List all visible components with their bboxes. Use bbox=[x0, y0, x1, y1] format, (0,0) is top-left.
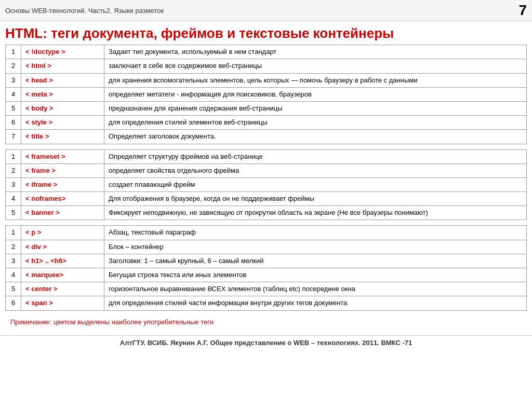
table-row: 5< banner >Фиксирует неподвижную, не зав… bbox=[6, 206, 527, 220]
frame-tags-table: 1< frameset >Определяет структуру фреймо… bbox=[5, 149, 527, 221]
row-number: 4 bbox=[6, 87, 21, 101]
tag-name: < div > bbox=[21, 240, 104, 254]
row-number: 5 bbox=[6, 101, 21, 115]
tag-description: Определяет структуру фреймов на веб-стра… bbox=[104, 149, 527, 163]
table-row: 5< body >предназначен для хранения содер… bbox=[6, 101, 527, 115]
text-container-tags-table: 1< p >Абзац, текстовый параграф2< div >Б… bbox=[5, 225, 527, 310]
table-row: 2< div >Блок – контейнер bbox=[6, 240, 527, 254]
tag-name: < title > bbox=[21, 130, 104, 144]
row-number: 2 bbox=[6, 59, 21, 73]
table-row: 3< iframe >создает плавающий фрейм bbox=[6, 177, 527, 191]
row-number: 4 bbox=[6, 192, 21, 206]
row-number: 2 bbox=[6, 240, 21, 254]
tag-description: определяет свойства отдельного фрейма bbox=[104, 163, 527, 177]
row-number: 2 bbox=[6, 163, 21, 177]
tag-description: Задает тип документа, используемый в нем… bbox=[104, 45, 527, 59]
table-row: 3< head >для хранения вспомогательных эл… bbox=[6, 73, 527, 87]
tag-description: Блок – контейнер bbox=[104, 240, 527, 254]
table-row: 4< noframes>Для отображения в браузере, … bbox=[6, 192, 527, 206]
tag-description: горизонтальное выравнивание ВСЕХ элемент… bbox=[104, 282, 527, 296]
row-number: 3 bbox=[6, 73, 21, 87]
table-row: 6< span >для определения стилей части ин… bbox=[6, 296, 527, 310]
table-row: 5< center >горизонтальное выравнивание В… bbox=[6, 282, 527, 296]
content-area: 1< !doctype >Задает тип документа, испол… bbox=[0, 45, 532, 333]
tag-name: < frame > bbox=[21, 163, 104, 177]
tag-description: для хранения вспомогательных элементов, … bbox=[104, 73, 527, 87]
tag-name: < head > bbox=[21, 73, 104, 87]
table-row: 3< h1> .. <h6>Заголовки: 1 – самый крупн… bbox=[6, 254, 527, 268]
row-number: 1 bbox=[6, 149, 21, 163]
tag-name: < body > bbox=[21, 101, 104, 115]
tag-name: < frameset > bbox=[21, 149, 104, 163]
tag-description: для определения стилей элементов веб-стр… bbox=[104, 116, 527, 130]
tag-name: < meta > bbox=[21, 87, 104, 101]
tag-description: определяет метатеги - информация для пои… bbox=[104, 87, 527, 101]
row-number: 7 bbox=[6, 130, 21, 144]
tag-name: < iframe > bbox=[21, 177, 104, 191]
tag-description: создает плавающий фрейм bbox=[104, 177, 527, 191]
row-number: 1 bbox=[6, 226, 21, 240]
tag-name: < html > bbox=[21, 59, 104, 73]
tag-name: < style > bbox=[21, 116, 104, 130]
tag-name: < span > bbox=[21, 296, 104, 310]
row-number: 6 bbox=[6, 116, 21, 130]
table-row: 4< meta >определяет метатеги - информаци… bbox=[6, 87, 527, 101]
table-row: 2< html >заключает в себе все содержимое… bbox=[6, 59, 527, 73]
top-bar-title: Основы WEB-технологий. Часть2. Языки раз… bbox=[5, 7, 164, 15]
row-number: 3 bbox=[6, 177, 21, 191]
note: Примечание: цветом выделены наиболее упо… bbox=[5, 316, 527, 328]
top-bar: Основы WEB-технологий. Часть2. Языки раз… bbox=[0, 0, 532, 21]
tag-name: < banner > bbox=[21, 206, 104, 220]
main-title-text: HTML: теги документа, фреймов и текстовы… bbox=[5, 25, 394, 41]
table-row: 7< title >Определяет заголовок документа… bbox=[6, 130, 527, 144]
tag-description: Бегущая строка текста или иных элементов bbox=[104, 268, 527, 282]
tag-name: < marquee> bbox=[21, 268, 104, 282]
footer: АлтГТУ. ВСИБ. Якунин А.Г. Общее представ… bbox=[0, 335, 532, 349]
table-row: 4< marquee>Бегущая строка текста или ины… bbox=[6, 268, 527, 282]
row-number: 5 bbox=[6, 206, 21, 220]
row-number: 3 bbox=[6, 254, 21, 268]
tag-name: < !doctype > bbox=[21, 45, 104, 59]
tag-name: < center > bbox=[21, 282, 104, 296]
tag-name: < noframes> bbox=[21, 192, 104, 206]
page-number: 7 bbox=[518, 2, 527, 19]
tag-name: < h1> .. <h6> bbox=[21, 254, 104, 268]
document-tags-table: 1< !doctype >Задает тип документа, испол… bbox=[5, 45, 527, 144]
tag-description: Для отображения в браузере, когда он не … bbox=[104, 192, 527, 206]
table-row: 1< !doctype >Задает тип документа, испол… bbox=[6, 45, 527, 59]
tag-description: предназначен для хранения содержания веб… bbox=[104, 101, 527, 115]
row-number: 1 bbox=[6, 45, 21, 59]
tag-description: заключает в себе все содержимое веб-стра… bbox=[104, 59, 527, 73]
row-number: 4 bbox=[6, 268, 21, 282]
main-title: HTML: теги документа, фреймов и текстовы… bbox=[0, 21, 532, 45]
table-row: 1< p >Абзац, текстовый параграф bbox=[6, 226, 527, 240]
table-row: 2< frame >определяет свойства отдельного… bbox=[6, 163, 527, 177]
tag-description: Заголовки: 1 – самый крупный, 6 – самый … bbox=[104, 254, 527, 268]
table-row: 6< style >для определения стилей элемент… bbox=[6, 116, 527, 130]
row-number: 6 bbox=[6, 296, 21, 310]
tag-description: для определения стилей части информации … bbox=[104, 296, 527, 310]
tag-description: Определяет заголовок документа. bbox=[104, 130, 527, 144]
tag-description: Фиксирует неподвижную, не зависящую от п… bbox=[104, 206, 527, 220]
tag-name: < p > bbox=[21, 226, 104, 240]
table-row: 1< frameset >Определяет структуру фреймо… bbox=[6, 149, 527, 163]
tag-description: Абзац, текстовый параграф bbox=[104, 226, 527, 240]
row-number: 5 bbox=[6, 282, 21, 296]
